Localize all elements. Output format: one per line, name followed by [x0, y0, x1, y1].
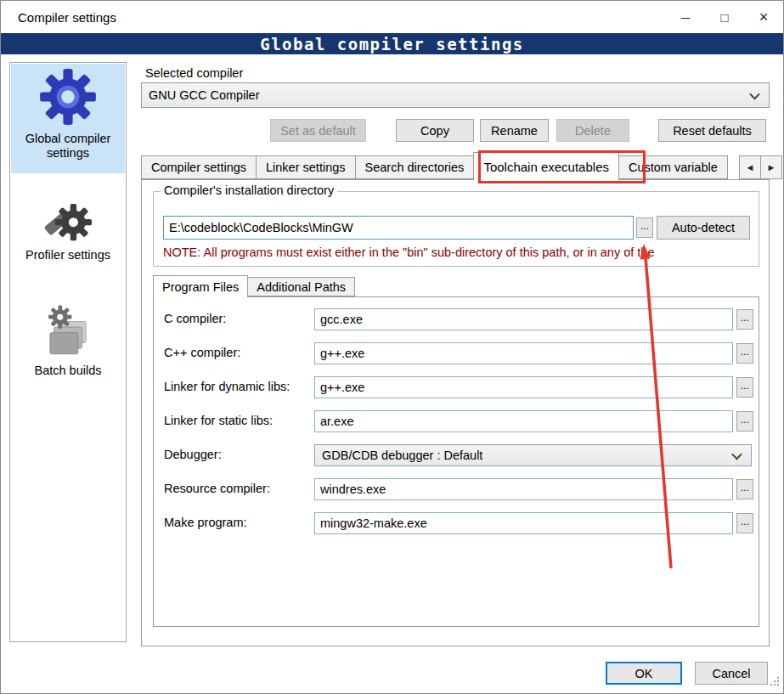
field-row-debugger: Debugger: GDB/CDB debugger : Default [154, 444, 759, 467]
selected-compiler-label: Selected compiler [145, 66, 243, 80]
sidebar-item-label: Global compiler settings [11, 132, 125, 161]
tab-search-directories[interactable]: Search directories [355, 155, 475, 179]
static-linker-input[interactable] [314, 410, 733, 432]
delete-button[interactable]: Delete [556, 119, 629, 142]
copy-button[interactable]: Copy [396, 119, 474, 142]
browse-dynamic-linker-button[interactable]: ... [736, 377, 753, 398]
tab-toolchain-executables[interactable]: Toolchain executables [473, 152, 619, 180]
set-as-default-button[interactable]: Set as default [270, 119, 366, 142]
sidebar-item-global-compiler-settings[interactable]: Global compiler settings [11, 64, 125, 173]
resource-compiler-label: Resource compiler: [164, 482, 270, 495]
sidebar-item-profiler-settings[interactable]: Profiler settings [11, 185, 125, 270]
field-row-cpp-compiler: C++ compiler: ... [154, 342, 759, 365]
tab-scroll-left-icon[interactable]: ◄ [739, 155, 761, 179]
debugger-value: GDB/CDB debugger : Default [322, 449, 482, 462]
cpp-compiler-input[interactable] [314, 342, 733, 364]
tab-compiler-settings[interactable]: Compiler settings [141, 155, 257, 179]
sidebar-item-label: Profiler settings [20, 248, 116, 262]
make-program-input[interactable] [314, 512, 733, 534]
minimize-icon[interactable]: ─ [666, 1, 705, 33]
field-row-c-compiler: C compiler: ... [154, 308, 759, 331]
static-linker-label: Linker for static libs: [164, 414, 273, 427]
tab-scroll-right-icon[interactable]: ► [760, 155, 782, 179]
program-files-panel: C compiler: ... C++ compiler: ... Linker… [153, 296, 759, 627]
tab-custom-variables[interactable]: Custom variable [618, 155, 728, 179]
tab-additional-paths[interactable]: Additional Paths [247, 277, 355, 296]
debugger-label: Debugger: [164, 448, 222, 461]
resource-compiler-input[interactable] [314, 478, 733, 500]
browse-c-compiler-button[interactable]: ... [736, 309, 753, 330]
dynamic-linker-label: Linker for dynamic libs: [164, 380, 290, 393]
installation-directory-label: Compiler's installation directory [161, 183, 337, 197]
c-compiler-label: C compiler: [164, 312, 226, 325]
ok-button[interactable]: OK [606, 662, 682, 685]
reset-defaults-button[interactable]: Reset defaults [658, 119, 766, 142]
banner-title: Global compiler settings [1, 33, 783, 54]
browse-resource-compiler-button[interactable]: ... [736, 479, 753, 499]
dynamic-linker-input[interactable] [314, 376, 733, 398]
batch-builds-icon [40, 302, 96, 358]
profiler-tool-icon [41, 189, 95, 243]
browse-make-program-button[interactable]: ... [736, 513, 753, 533]
settings-tab-bar: Compiler settings Linker settings Search… [141, 152, 741, 180]
field-row-dynamic-linker: Linker for dynamic libs: ... [154, 376, 759, 399]
field-row-make-program: Make program: ... [154, 512, 759, 535]
compiler-settings-window: Compiler settings ─ □ × Global compiler … [0, 0, 784, 694]
field-row-static-linker: Linker for static libs: ... [154, 410, 759, 433]
debugger-dropdown[interactable]: GDB/CDB debugger : Default [314, 444, 752, 466]
window-title: Compiler settings [18, 10, 116, 25]
toolchain-executables-panel: Compiler's installation directory ... Au… [141, 179, 770, 646]
tab-program-files[interactable]: Program Files [153, 275, 248, 297]
resize-grip[interactable] [770, 675, 781, 691]
maximize-icon[interactable]: □ [705, 1, 744, 33]
chevron-down-icon [749, 88, 760, 99]
rename-button[interactable]: Rename [480, 119, 549, 142]
auto-detect-button[interactable]: Auto-detect [657, 216, 750, 240]
field-row-resource-compiler: Resource compiler: ... [154, 478, 759, 501]
selected-compiler-dropdown[interactable]: GNU GCC Compiler [141, 82, 770, 108]
close-icon[interactable]: × [744, 1, 783, 33]
browse-static-linker-button[interactable]: ... [736, 411, 753, 432]
installation-directory-input[interactable] [163, 216, 634, 240]
bin-subdirectory-note: NOTE: All programs must exist either in … [163, 245, 759, 259]
sidebar-item-batch-builds[interactable]: Batch builds [11, 299, 125, 384]
sidebar-item-label: Batch builds [30, 364, 107, 378]
cpp-compiler-label: C++ compiler: [164, 346, 240, 359]
cancel-button[interactable]: Cancel [695, 662, 768, 685]
tab-linker-settings[interactable]: Linker settings [256, 155, 356, 179]
blue-gear-icon [38, 67, 98, 127]
window-controls: ─ □ × [666, 1, 783, 33]
browse-directory-button[interactable]: ... [636, 217, 653, 238]
program-paths-tab-bar: Program Files Additional Paths [153, 275, 354, 297]
browse-cpp-compiler-button[interactable]: ... [736, 343, 753, 364]
c-compiler-input[interactable] [314, 308, 733, 330]
settings-sidebar: Global compiler settings Profiler settin… [9, 62, 127, 642]
selected-compiler-value: GNU GCC Compiler [149, 88, 260, 102]
titlebar: Compiler settings ─ □ × [1, 1, 783, 33]
make-program-label: Make program: [164, 516, 247, 529]
chevron-down-icon [731, 449, 742, 460]
